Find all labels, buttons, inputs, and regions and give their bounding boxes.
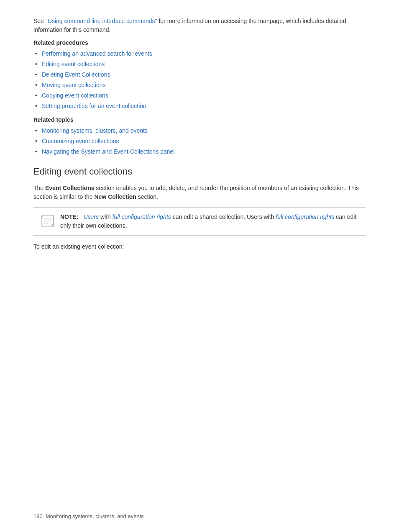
note-part3: can edit a shared collection. Users with (171, 213, 276, 220)
note-link1[interactable]: Users (83, 213, 99, 220)
footer-text: Monitoring systems, clusters, and events (46, 513, 144, 519)
list-item: Setting properties for an event collecti… (33, 102, 366, 111)
list-item: Copying event collections (33, 91, 366, 100)
section-title: Editing event collections (33, 166, 366, 177)
svg-text:✎: ✎ (41, 215, 43, 218)
note-box: ✎ NOTE: Users with full configuration ri… (33, 207, 366, 236)
note-part2: with (99, 213, 113, 220)
section-body: The Event Collections section enables yo… (33, 184, 366, 201)
list-item: Moving event collections (33, 81, 366, 90)
note-link3[interactable]: full configuration rights (276, 213, 334, 220)
note-label: NOTE: (60, 213, 79, 220)
link-customizing-collections[interactable]: Customizing event collections (42, 138, 119, 144)
link-monitoring-systems[interactable]: Monitoring systems, clusters, and events (42, 127, 148, 134)
link-copying-collections[interactable]: Copying event collections (42, 92, 108, 99)
link-editing-collections[interactable]: Editing event collections (42, 61, 105, 67)
list-item: Navigating the System and Event Collecti… (33, 147, 366, 156)
related-procedures-header: Related procedures (33, 39, 366, 46)
list-item: Deleting Event Collections (33, 70, 366, 79)
note-link2[interactable]: full configuration rights (113, 213, 171, 220)
see-text: See (33, 18, 46, 24)
intro-paragraph: See "Using command line interface comman… (33, 17, 366, 34)
cli-link[interactable]: "Using command line interface commands" (46, 18, 157, 24)
body-bold1: Event Collections (45, 185, 94, 191)
list-item: Editing event collections (33, 60, 366, 69)
body-part1: The (33, 185, 45, 191)
link-setting-properties[interactable]: Setting properties for an event collecti… (42, 103, 146, 109)
note-content: NOTE: Users with full configuration righ… (60, 213, 359, 230)
body-bold2: New Collection (95, 193, 136, 200)
link-advanced-search[interactable]: Performing an advanced search for events (42, 50, 152, 57)
note-icon: ✎ (40, 213, 55, 229)
related-topics-list: Monitoring systems, clusters, and events… (33, 126, 366, 156)
related-topics-header: Related topics (33, 116, 366, 123)
link-deleting-collections[interactable]: Deleting Event Collections (42, 71, 110, 78)
related-procedures-list: Performing an advanced search for events… (33, 49, 366, 111)
list-item: Monitoring systems, clusters, and events (33, 126, 366, 135)
link-navigating-panel[interactable]: Navigating the System and Event Collecti… (42, 148, 175, 155)
list-item: Customizing event collections (33, 137, 366, 146)
to-edit-text: To edit an existing event collection: (33, 242, 366, 251)
page-number: 190 (33, 513, 43, 519)
list-item: Performing an advanced search for events (33, 49, 366, 58)
body-part3: section. (136, 193, 158, 200)
link-moving-collections[interactable]: Moving event collections (42, 82, 106, 88)
footer: 190 Monitoring systems, clusters, and ev… (33, 513, 144, 519)
